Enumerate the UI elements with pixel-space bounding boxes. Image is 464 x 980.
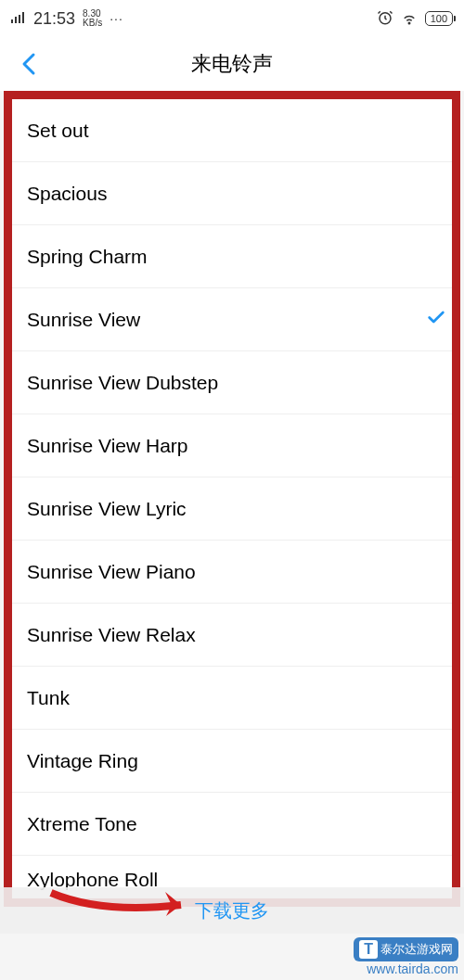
ringtone-item[interactable]: Vintage Ring <box>12 730 452 793</box>
watermark: T 泰尔达游戏网 www.tairda.com <box>354 937 458 976</box>
status-left: 21:53 8.30 KB/s ··· <box>11 9 123 29</box>
svg-rect-1 <box>15 17 17 23</box>
ringtone-item[interactable]: Sunrise View Lyric <box>12 477 452 541</box>
status-bar: 21:53 8.30 KB/s ··· 100 <box>0 0 464 37</box>
ringtone-item[interactable]: Sunrise View Dubstep <box>12 351 452 414</box>
nav-header: 来电铃声 <box>0 37 464 91</box>
ringtone-name: Sunrise View <box>27 309 140 331</box>
ringtone-item[interactable]: Set out <box>12 99 452 162</box>
battery-indicator: 100 <box>425 11 453 26</box>
svg-point-5 <box>408 22 410 24</box>
page-title: 来电铃声 <box>0 50 464 78</box>
status-right: 100 <box>377 9 453 29</box>
ringtone-item[interactable]: Tunk <box>12 667 452 730</box>
ringtone-name: Xtreme Tone <box>27 813 137 835</box>
more-dots: ··· <box>110 11 123 26</box>
ringtone-name: Vintage Ring <box>27 750 138 772</box>
ringtone-name: Sunrise View Dubstep <box>27 372 218 394</box>
svg-rect-3 <box>22 12 24 23</box>
watermark-url: www.tairda.com <box>367 961 458 976</box>
bottom-bar: 下载更多 <box>0 887 464 934</box>
network-indicator <box>11 12 26 26</box>
ringtone-item[interactable]: Sunrise View Piano <box>12 541 452 604</box>
ringtone-name: Sunrise View Relax <box>27 624 196 646</box>
wifi-icon <box>401 9 418 29</box>
ringtone-item[interactable]: Sunrise View <box>12 288 452 351</box>
watermark-logo: T 泰尔达游戏网 <box>354 937 458 961</box>
ringtone-name: Tunk <box>27 687 70 709</box>
speed-indicator: 8.30 KB/s <box>83 9 102 28</box>
back-button[interactable] <box>15 50 43 78</box>
ringtone-item[interactable]: Sunrise View Harp <box>12 414 452 477</box>
ringtone-name: Spring Charm <box>27 246 148 268</box>
time-display: 21:53 <box>33 9 75 29</box>
ringtone-item[interactable]: Xtreme Tone <box>12 793 452 856</box>
ringtone-name: Set out <box>27 120 89 142</box>
ringtone-item[interactable]: Spacious <box>12 162 452 225</box>
ringtone-item[interactable]: Sunrise View Relax <box>12 604 452 667</box>
ringtone-name: Sunrise View Harp <box>27 435 188 457</box>
ringtone-name: Spacious <box>27 183 107 205</box>
ringtone-list: Set out Spacious Spring Charm Sunrise Vi… <box>4 91 460 907</box>
download-more-button[interactable]: 下载更多 <box>195 898 269 923</box>
watermark-brand: 泰尔达游戏网 <box>380 941 453 958</box>
ringtone-item[interactable]: Spring Charm <box>12 225 452 288</box>
alarm-icon <box>377 9 393 29</box>
ringtone-name: Sunrise View Piano <box>27 561 196 583</box>
svg-rect-0 <box>11 19 13 23</box>
svg-rect-2 <box>19 15 20 23</box>
check-icon <box>426 307 446 332</box>
ringtone-name: Sunrise View Lyric <box>27 498 187 520</box>
